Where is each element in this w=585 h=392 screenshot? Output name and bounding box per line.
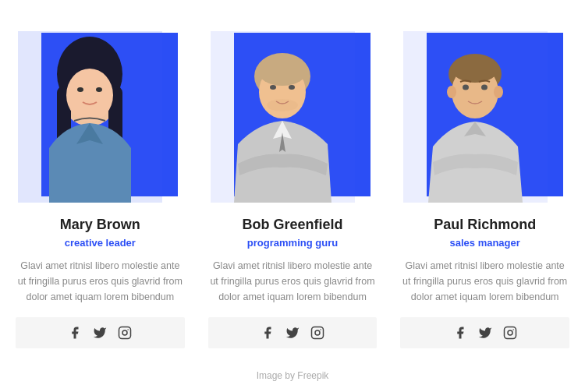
instagram-icon-mary[interactable] <box>117 325 133 341</box>
svg-point-30 <box>508 330 512 335</box>
svg-point-26 <box>494 86 503 98</box>
person-photo-mary <box>18 31 162 203</box>
svg-point-9 <box>122 330 127 335</box>
twitter-icon-mary[interactable] <box>92 325 108 341</box>
twitter-icon-paul[interactable] <box>477 325 493 341</box>
instagram-icon-bob[interactable] <box>310 325 325 341</box>
instagram-icon-paul[interactable] <box>502 325 518 341</box>
team-grid: Mary Brown creative leader Glavi amet ri… <box>16 23 569 348</box>
member-name-mary: Mary Brown <box>60 217 140 233</box>
svg-rect-18 <box>312 327 324 339</box>
member-bio-mary: Glavi amet ritnisl libero molestie ante … <box>16 258 185 305</box>
social-bar-paul <box>400 317 569 348</box>
member-bio-paul: Glavi amet ritnisl libero molestie ante … <box>400 258 569 305</box>
team-card-bob: Bob Greenfield programming guru Glavi am… <box>208 23 378 348</box>
svg-point-14 <box>257 55 307 86</box>
facebook-icon-mary[interactable] <box>67 325 83 341</box>
svg-rect-8 <box>119 327 131 339</box>
footer-credit: Image by Freepik <box>257 370 329 381</box>
svg-point-20 <box>320 329 321 330</box>
svg-point-7 <box>96 87 102 92</box>
member-role-bob: programming guru <box>247 237 338 249</box>
svg-point-27 <box>463 85 469 90</box>
photo-area-mary <box>18 23 182 203</box>
svg-point-16 <box>289 85 295 90</box>
person-photo-bob <box>211 31 355 203</box>
svg-point-6 <box>77 87 83 92</box>
svg-point-17 <box>267 99 298 111</box>
photo-area-paul <box>403 23 567 203</box>
svg-point-10 <box>128 329 129 330</box>
member-role-mary: creative leader <box>65 237 136 249</box>
svg-point-25 <box>447 86 456 98</box>
svg-point-31 <box>512 329 514 330</box>
team-card-mary: Mary Brown creative leader Glavi amet ri… <box>16 23 185 348</box>
svg-rect-29 <box>504 327 516 339</box>
svg-point-19 <box>315 330 320 335</box>
facebook-icon-bob[interactable] <box>260 325 275 341</box>
team-card-paul: Paul Richmond sales manager Glavi amet r… <box>400 23 569 348</box>
svg-point-5 <box>66 69 113 122</box>
social-bar-mary <box>16 317 185 348</box>
member-name-bob: Bob Greenfield <box>243 217 343 233</box>
member-role-paul: sales manager <box>450 237 520 249</box>
person-photo-paul <box>403 31 548 203</box>
member-name-paul: Paul Richmond <box>434 217 536 233</box>
social-bar-bob <box>208 317 378 348</box>
facebook-icon-paul[interactable] <box>452 325 468 341</box>
svg-point-15 <box>270 85 276 90</box>
member-bio-bob: Glavi amet ritnisl libero molestie ante … <box>208 258 378 305</box>
svg-point-28 <box>481 85 488 90</box>
svg-point-24 <box>452 55 498 83</box>
twitter-icon-bob[interactable] <box>285 325 300 341</box>
photo-area-bob <box>211 23 374 203</box>
